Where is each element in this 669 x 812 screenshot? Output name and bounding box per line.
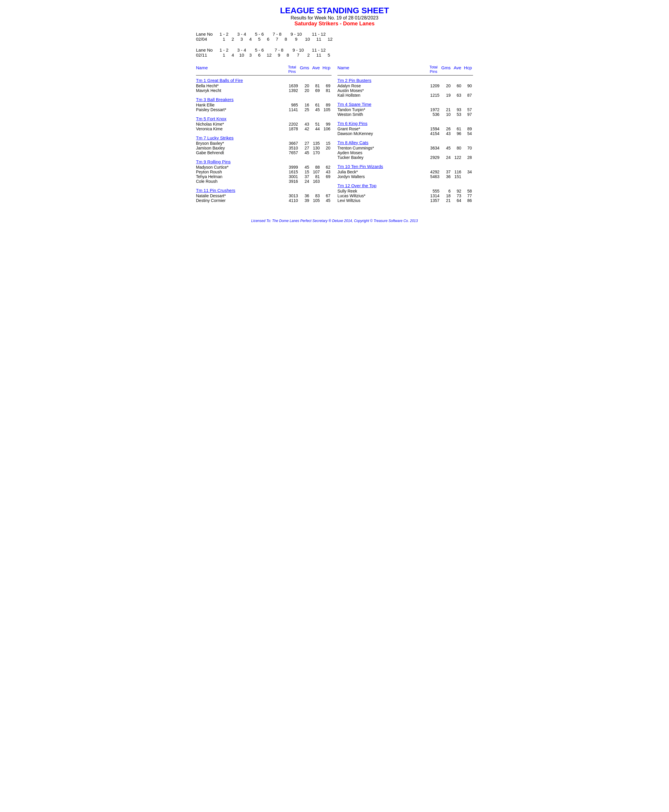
team-block: Tm 1 Great Balls of FireBella Hecht*1639… [196,78,331,93]
player-hcp: 89 [321,103,331,107]
player-hcp: 69 [321,83,331,88]
player-pins [426,150,441,155]
player-ave [452,88,462,93]
team-block: Tm 11 Pin CrushersNatalie Dessart*301336… [196,188,331,203]
player-name: Grant Rose* [338,126,426,131]
player-hcp: 67 [321,194,331,198]
team-name: Tm 7 Lucky Strikes [196,135,331,140]
lane-date-1: 02/04 [196,37,217,42]
player-pins: 4110 [284,198,300,203]
player-name: Weston Smith [338,112,426,117]
team-block: Tm 10 Ten Pin WizardsJulia Beck*42923711… [338,164,473,179]
player-name: Tehya Helman [196,174,284,179]
page-header: LEAGUE STANDING SHEET Results for Week N… [196,6,473,27]
player-row: Destiny Cormier41103910545 [196,198,331,203]
player-ave: 45 [310,107,321,112]
player-hcp: 45 [321,198,331,203]
player-gms: 24 [441,155,452,160]
player-ave: 73 [452,194,462,198]
player-ave: 93 [452,107,462,112]
player-ave [452,150,462,155]
team-name: Tm 5 Fort Knox [196,116,331,121]
player-pins: 1314 [426,194,441,198]
player-name: Kali Hollsten [338,93,426,98]
player-pins: 1594 [426,126,441,131]
player-gms: 36 [300,194,310,198]
right-total-header: TotalPins [426,65,441,74]
player-hcp: 54 [462,131,473,136]
player-name: Gabe Behrendt [196,150,284,155]
right-hcp-header: Hcp [462,65,473,74]
player-gms: 27 [300,141,310,146]
player-hcp [321,150,331,155]
lane-no-label-1: Lane No [196,32,217,37]
player-gms: 42 [300,126,310,131]
player-pins: 2929 [426,155,441,160]
player-name: Austin Moses* [338,88,426,93]
player-name: Tucker Baxley [338,155,426,160]
player-row: Gabe Behrendt765745170 [196,150,331,155]
player-gms: 21 [441,107,452,112]
player-row: Trenton Cummings*3634458070 [338,146,473,150]
player-row: Grant Rose*1594266189 [338,126,473,131]
player-pins: 985 [284,103,300,107]
player-pins: 1209 [426,83,441,88]
player-name: Jamison Baxley [196,146,284,150]
team-block: Tm 8 Alley CatsTrenton Cummings*36344580… [338,140,473,160]
player-name: Paisley Dessart* [196,107,284,112]
right-teams-container: Tm 2 Pin BustersAdalyn Rose1209206090Aus… [338,78,473,203]
player-gms: 43 [441,131,452,136]
player-row: Julia Beck*42923711634 [338,170,473,174]
player-row: Bryson Baxley*36672713515 [196,141,331,146]
player-name: Cole Roush [196,179,284,184]
player-ave: 122 [452,155,462,160]
subtitle: Results for Week No. 19 of 28 01/28/2023 [196,15,473,21]
team-block: Tm 12 Over the TopSully Reek55569258Luca… [338,183,473,203]
player-hcp: 106 [321,126,331,131]
player-hcp: 34 [462,170,473,174]
player-pins: 3510 [284,146,300,150]
player-gms: 20 [441,83,452,88]
player-row: Hank Ellie985166189 [196,103,331,107]
player-gms: 45 [300,165,310,170]
team-name: Tm 11 Pin Crushers [196,188,331,193]
right-gms-header: Gms [441,65,452,74]
player-pins: 3013 [284,194,300,198]
player-row: Dawson McKenney4154439654 [338,131,473,136]
player-pins: 1392 [284,88,300,93]
player-ave: 92 [452,189,462,194]
team-name: Tm 6 King Pins [338,121,473,126]
player-gms: 21 [441,198,452,203]
lane-section-2: Lane No 1 - 2 3 - 4 5 - 6 7 - 8 9 - 10 1… [196,47,473,57]
player-ave: 170 [310,150,321,155]
player-pins: 3667 [284,141,300,146]
player-pins: 1639 [284,83,300,88]
player-hcp [321,179,331,184]
player-name: Natalie Dessart* [196,194,284,198]
player-ave: 88 [310,165,321,170]
player-row: Ayden Moses [338,150,473,155]
player-hcp: 97 [462,112,473,117]
player-hcp: 86 [462,198,473,203]
player-name: Peyton Roush [196,170,284,174]
player-name: Veronica Kime [196,126,284,131]
player-pins: 1878 [284,126,300,131]
player-hcp [462,88,473,93]
league-name: Saturday Strikers - Dome Lanes [196,21,473,27]
player-ave: 151 [452,174,462,179]
player-pins: 7657 [284,150,300,155]
player-hcp: 90 [462,83,473,88]
player-row: Madyson Curtice*3999458862 [196,165,331,170]
team-block: Tm 4 Spare TimeTandon Turpin*1972219357W… [338,102,473,117]
player-pins: 1357 [426,198,441,203]
left-total-header: TotalPins [284,65,300,74]
team-name: Tm 3 Ball Breakers [196,97,331,102]
player-row: Veronica Kime18784244106 [196,126,331,131]
left-name-header: Name [196,65,284,74]
player-ave: 135 [310,141,321,146]
player-gms: 6 [441,189,452,194]
player-hcp [462,174,473,179]
left-ave-header: Ave [310,65,321,74]
player-name: Dawson McKenney [338,131,426,136]
team-name: Tm 12 Over the Top [338,183,473,188]
